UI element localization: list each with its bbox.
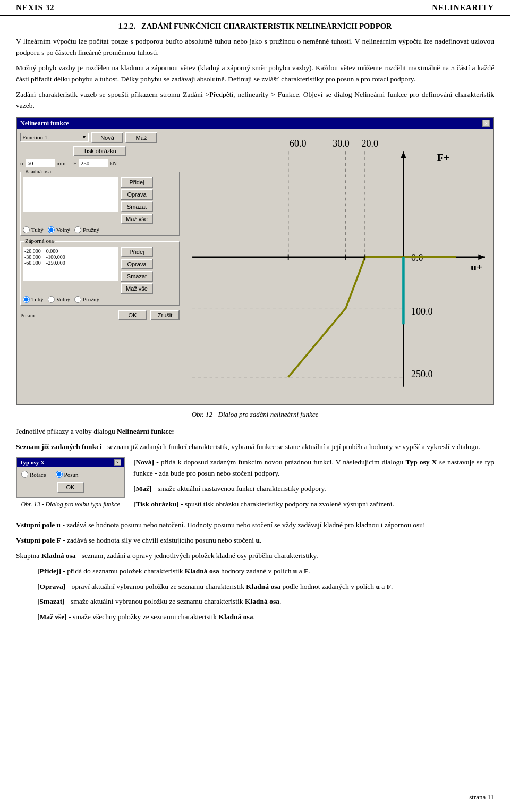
header-right: NELINEARITY	[432, 3, 494, 12]
graph-label-100: 100.0	[411, 306, 433, 317]
kladna-buttons: Přidej Oprava Smazat Maž vše	[121, 177, 153, 224]
page: NEXIS 32 NELINEARITY 1.2.2. ZADÁNÍ FUNKČ…	[0, 0, 510, 812]
zaporna-item-3[interactable]: -60.000-250.000	[24, 260, 117, 266]
header-left: NEXIS 32	[16, 3, 55, 12]
input-F[interactable]: 250	[79, 159, 108, 167]
smazat-text: [Smazat] - smaže aktuální vybranou polož…	[37, 596, 494, 607]
desc-heading-normal: Jednotlivé příkazy a volby dialogu	[16, 427, 115, 435]
zaporna-listbox[interactable]: -20.0000.000 -30.000-100.000 -60.000-250…	[23, 247, 118, 281]
dialog2-titlebar: Typ osy X ×	[17, 458, 124, 467]
dialog2-title-text: Typ osy X	[20, 459, 45, 466]
zaporna-item-1[interactable]: -20.0000.000	[24, 248, 117, 254]
description-section: Jednotlivé příkazy a volby dialogu Nelin…	[16, 426, 494, 535]
btn-maz-vse2[interactable]: Maž vše	[121, 283, 153, 294]
graph-label-250: 250.0	[411, 368, 433, 379]
radio-volny2[interactable]: Volný	[48, 296, 70, 303]
figure2-caption: Obr. 13 - Dialog pro volbu typu funkce	[16, 501, 125, 509]
btn-oprava1[interactable]: Oprava	[121, 189, 153, 200]
dialog1-close-btn[interactable]: ×	[482, 120, 490, 127]
label-kN: kN	[110, 160, 117, 166]
kladna-listbox[interactable]	[23, 177, 118, 212]
radio-posun-d2[interactable]: Posun	[56, 471, 79, 478]
label-posun: Posun	[20, 312, 35, 318]
btn-ok[interactable]: OK	[118, 310, 147, 320]
section-number: 1.2.2.	[118, 22, 136, 30]
kladna-radio-row: Tuhý Volný Pružný	[23, 226, 177, 233]
paragraph-2: Možný pohyb vazby je rozdělen na kladnou…	[16, 63, 494, 85]
graph-label-20: 20.0	[361, 138, 378, 149]
function-select-row: Function 1. ▼ Nová Maž	[20, 132, 180, 143]
two-col-layout: Typ osy X × Rotace Posun	[16, 457, 494, 514]
radio-pruzny2[interactable]: Pružný	[74, 296, 99, 303]
btn-maz[interactable]: Maž	[125, 132, 157, 143]
ok-zrusit-row: OK Zrušit	[118, 310, 180, 320]
zaporna-radio-row: Tuhý Volný Pružný	[23, 296, 177, 303]
dialog1-left: Function 1. ▼ Nová Maž Tisk obrázku u	[20, 132, 180, 401]
dialog2-radios: Rotace Posun	[21, 471, 120, 478]
figure1-caption: Obr. 12 - Dialog pro zadání nelineární f…	[16, 410, 494, 419]
btn-smazat1[interactable]: Smazat	[121, 201, 153, 212]
dialog2-ok-row: OK	[21, 482, 120, 493]
footer-text: strana 11	[469, 793, 494, 801]
label-F: F	[73, 160, 76, 166]
zaporna-list-btns: -20.0000.000 -30.000-100.000 -60.000-250…	[23, 247, 177, 294]
dialog1-container: Nelineární funkce × Function 1. ▼ Nová M…	[16, 117, 494, 405]
graph-zaporna	[288, 257, 404, 377]
radio-tuhy1[interactable]: Tuhý	[23, 226, 44, 233]
label-mm: mm	[57, 160, 66, 166]
dialog2-btn-ok[interactable]: OK	[57, 482, 84, 493]
zaporna-item-2[interactable]: -30.000-100.000	[24, 254, 117, 260]
description-intro: Jednotlivé příkazy a volby dialogu Nelin…	[16, 426, 494, 437]
vstupni-u-text: Vstupní pole u - zadává se hodnota posun…	[16, 520, 494, 531]
paragraph-1: V lineárním výpočtu lze počítat pouze s …	[16, 36, 494, 58]
seznam-item: Seznam již zadaných funkcí - seznam již …	[16, 442, 494, 453]
radio-rotace[interactable]: Rotace	[21, 471, 46, 478]
arrow-u	[478, 254, 485, 260]
dialog1-titlebar: Nelineární funkce ×	[17, 118, 493, 129]
section-title: ZADÁNÍ FUNKČNÍCH CHARAKTERISTIK NELINEÁR…	[141, 22, 392, 30]
kladna-osa-section: Kladná osa Přidej Oprava Smazat Maž vše	[20, 172, 180, 236]
graph-label-60: 60.0	[290, 138, 307, 149]
skupina-kladna-text: Skupina Kladná osa - seznam, zadání a op…	[16, 551, 494, 562]
dialog2-close[interactable]: ×	[114, 459, 121, 466]
dialog-bottom-row: Posun OK Zrušit	[20, 310, 180, 320]
uf-row: u 60 mm F 250 kN	[20, 159, 180, 167]
graph-label-Fplus: F+	[437, 151, 449, 163]
graph-label-uplus: u+	[471, 261, 482, 273]
right-desc-col: [Nová] - přidá k doposud zadaným funkcím…	[133, 457, 494, 514]
tisk-desc: [Tisk obrázku] - spustí tisk obrázku cha…	[133, 499, 494, 510]
kladna-list-btns: Přidej Oprava Smazat Maž vše	[23, 177, 177, 224]
dialog1-body: Function 1. ▼ Nová Maž Tisk obrázku u	[17, 129, 493, 404]
dialog1-title: Nelineární funkce	[20, 120, 69, 128]
page-footer: strana 11	[469, 793, 494, 801]
btn-smazat2[interactable]: Smazat	[121, 271, 153, 282]
kladna-osa-label: Kladná osa	[24, 168, 52, 174]
dialog2-wrapper: Typ osy X × Rotace Posun	[16, 457, 125, 514]
btn-pridej2[interactable]: Přidej	[121, 247, 153, 257]
nova-desc: [Nová] - přidá k doposud zadaným funkcím…	[133, 457, 494, 479]
radio-tuhy2[interactable]: Tuhý	[23, 296, 44, 303]
vstupni-F-text: Vstupní pole F - zadává se hodnota síly …	[16, 535, 494, 546]
page-header: NEXIS 32 NELINEARITY	[0, 0, 510, 16]
btn-tisk[interactable]: Tisk obrázku	[73, 146, 126, 156]
dialog2-container: Typ osy X × Rotace Posun	[16, 457, 125, 498]
btn-zrusit[interactable]: Zrušit	[150, 310, 180, 320]
indent-block: [Přidej] - přidá do seznamu položek char…	[16, 566, 494, 623]
btn-nova[interactable]: Nová	[91, 132, 123, 143]
graph-label-30: 30.0	[333, 138, 350, 149]
desc-heading-bold: Nelineární funkce:	[117, 427, 174, 435]
btn-pridej1[interactable]: Přidej	[121, 177, 153, 188]
dialog2-body: Rotace Posun OK	[17, 467, 124, 497]
oprava-text: [Oprava] - opraví aktuální vybranou polo…	[37, 581, 494, 593]
btn-oprava2[interactable]: Oprava	[121, 259, 153, 269]
content-area: 1.2.2. ZADÁNÍ FUNKČNÍCH CHARAKTERISTIK N…	[0, 22, 510, 643]
function-select[interactable]: Function 1. ▼	[20, 133, 89, 142]
radio-pruzny1[interactable]: Pružný	[74, 226, 99, 233]
pridej-text: [Přidej] - přidá do seznamu položek char…	[37, 566, 494, 577]
maz-desc: [Maž] - smaže aktuální nastavenou funkci…	[133, 484, 494, 495]
input-u[interactable]: 60	[26, 159, 55, 167]
graph-svg: 60.0 30.0 20.0 F+ 0.0 u+	[183, 132, 490, 401]
btn-maz-vse1[interactable]: Maž vše	[121, 214, 153, 224]
radio-volny1[interactable]: Volný	[48, 226, 70, 233]
maz-vse-text: [Maž vše] - smaže všechny položky ze sez…	[37, 612, 494, 623]
